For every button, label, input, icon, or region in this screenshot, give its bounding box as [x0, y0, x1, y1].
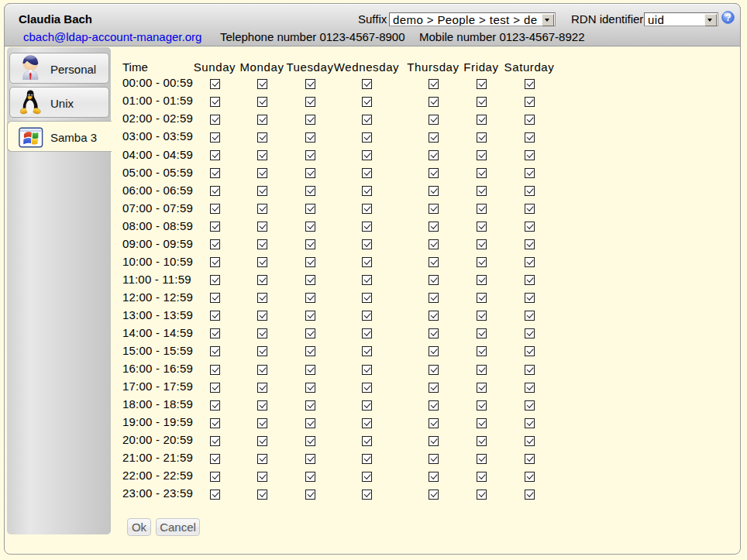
svg-text:?: ?	[725, 12, 731, 23]
